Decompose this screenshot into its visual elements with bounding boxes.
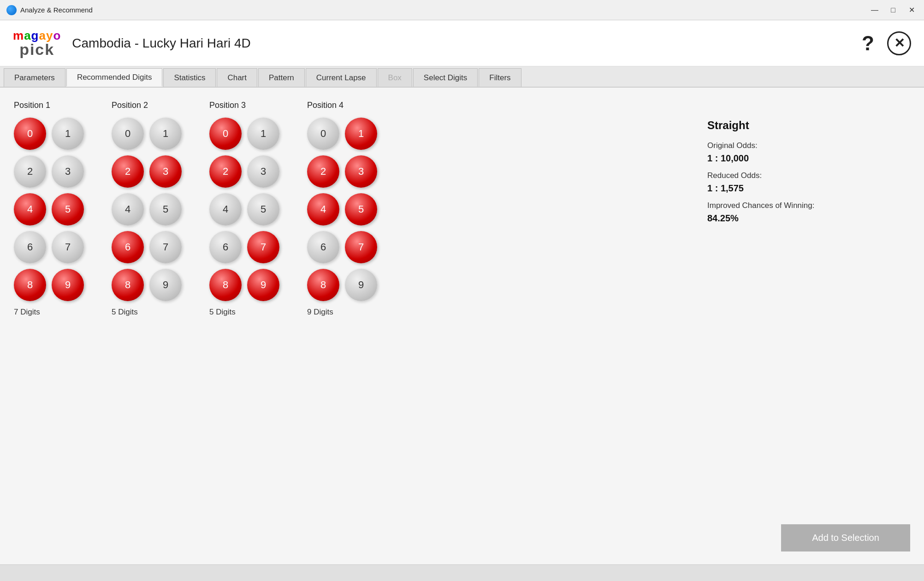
reduced-odds-label: Reduced Odds:	[707, 171, 892, 180]
digit-ball-p3-d4[interactable]: 4	[209, 193, 242, 225]
digit-ball-p3-d9[interactable]: 9	[247, 269, 279, 301]
position-block-2: Position 201234567895 Digits	[112, 101, 182, 317]
digit-ball-p1-d0[interactable]: 0	[14, 118, 46, 150]
stats-box: Straight Original Odds: 1 : 10,000 Reduc…	[689, 110, 910, 240]
tab-current-lapse[interactable]: Current Lapse	[306, 68, 377, 87]
positions-area: Position 101234567897 DigitsPosition 201…	[14, 101, 689, 551]
digit-ball-p3-d5[interactable]: 5	[247, 193, 279, 225]
digit-ball-p2-d0[interactable]: 0	[112, 118, 144, 150]
original-odds-label: Original Odds:	[707, 141, 892, 150]
digit-ball-p2-d4[interactable]: 4	[112, 193, 144, 225]
digit-ball-p2-d8[interactable]: 8	[112, 269, 144, 301]
tab-bar: ParametersRecommended DigitsStatisticsCh…	[0, 66, 924, 88]
improved-value: 84.25%	[707, 213, 892, 224]
digit-ball-p2-d1[interactable]: 1	[149, 118, 182, 150]
position-label-3: Position 3	[209, 101, 246, 110]
tab-chart[interactable]: Chart	[217, 68, 257, 87]
close-app-button[interactable]: ✕	[887, 31, 911, 55]
digit-ball-p1-d2[interactable]: 2	[14, 155, 46, 188]
digit-ball-p1-d3[interactable]: 3	[52, 155, 84, 188]
logo: magayo pick	[13, 30, 61, 57]
footer	[0, 564, 924, 581]
tab-pattern[interactable]: Pattern	[258, 68, 305, 87]
digit-ball-p1-d9[interactable]: 9	[52, 269, 84, 301]
tab-statistics[interactable]: Statistics	[163, 68, 216, 87]
main-content: Position 101234567897 DigitsPosition 201…	[0, 88, 924, 564]
digits-grid-2: 0123456789	[112, 118, 182, 301]
title-bar: Analyze & Recommend — □ ✕	[0, 0, 924, 20]
digit-ball-p4-d2[interactable]: 2	[307, 155, 339, 188]
right-panel: Straight Original Odds: 1 : 10,000 Reduc…	[689, 101, 910, 551]
position-label-4: Position 4	[307, 101, 344, 110]
original-odds-value: 1 : 10,000	[707, 153, 892, 164]
digit-ball-p2-d7[interactable]: 7	[149, 231, 182, 263]
header-icons: ? ✕	[862, 31, 911, 55]
digit-ball-p2-d2[interactable]: 2	[112, 155, 144, 188]
digit-ball-p2-d6[interactable]: 6	[112, 231, 144, 263]
stats-title: Straight	[707, 119, 892, 132]
digit-ball-p1-d7[interactable]: 7	[52, 231, 84, 263]
digit-count-1: 7 Digits	[14, 308, 40, 317]
improved-label: Improved Chances of Winning:	[707, 201, 892, 210]
digit-ball-p3-d8[interactable]: 8	[209, 269, 242, 301]
digit-ball-p1-d6[interactable]: 6	[14, 231, 46, 263]
digits-grid-4: 0123456789	[307, 118, 377, 301]
digit-ball-p3-d6[interactable]: 6	[209, 231, 242, 263]
header-left: magayo pick Cambodia - Lucky Hari Hari 4…	[13, 30, 251, 57]
position-block-4: Position 401234567899 Digits	[307, 101, 377, 317]
header: magayo pick Cambodia - Lucky Hari Hari 4…	[0, 20, 924, 66]
tab-parameters[interactable]: Parameters	[4, 68, 65, 87]
digits-grid-3: 0123456789	[209, 118, 279, 301]
digit-ball-p4-d5[interactable]: 5	[345, 193, 377, 225]
digit-ball-p3-d3[interactable]: 3	[247, 155, 279, 188]
window-close-button[interactable]: ✕	[906, 4, 918, 16]
position-label-2: Position 2	[112, 101, 148, 110]
digit-ball-p1-d5[interactable]: 5	[52, 193, 84, 225]
digit-ball-p3-d0[interactable]: 0	[209, 118, 242, 150]
digits-grid-1: 0123456789	[14, 118, 84, 301]
digit-ball-p4-d8[interactable]: 8	[307, 269, 339, 301]
minimize-button[interactable]: —	[869, 4, 881, 16]
position-label-1: Position 1	[14, 101, 50, 110]
digit-ball-p2-d5[interactable]: 5	[149, 193, 182, 225]
digit-ball-p4-d0[interactable]: 0	[307, 118, 339, 150]
position-block-3: Position 301234567895 Digits	[209, 101, 279, 317]
window-title: Analyze & Recommend	[20, 6, 93, 14]
logo-pick: pick	[19, 42, 54, 57]
window-controls: — □ ✕	[869, 4, 918, 16]
digit-count-2: 5 Digits	[112, 308, 138, 317]
tab-select-digits[interactable]: Select Digits	[413, 68, 478, 87]
digit-count-3: 5 Digits	[209, 308, 236, 317]
tab-box: Box	[378, 68, 412, 87]
globe-icon	[6, 5, 17, 15]
help-icon[interactable]: ?	[862, 32, 874, 55]
digit-count-4: 9 Digits	[307, 308, 333, 317]
digit-ball-p4-d3[interactable]: 3	[345, 155, 377, 188]
digit-ball-p1-d1[interactable]: 1	[52, 118, 84, 150]
logo-magayo: magayo	[13, 30, 61, 42]
position-block-1: Position 101234567897 Digits	[14, 101, 84, 317]
digit-ball-p3-d2[interactable]: 2	[209, 155, 242, 188]
add-to-selection-button[interactable]: Add to Selection	[781, 524, 910, 551]
positions-row: Position 101234567897 DigitsPosition 201…	[14, 101, 689, 317]
app-title: Cambodia - Lucky Hari Hari 4D	[72, 36, 250, 51]
digit-ball-p1-d4[interactable]: 4	[14, 193, 46, 225]
digit-ball-p4-d1[interactable]: 1	[345, 118, 377, 150]
digit-ball-p4-d6[interactable]: 6	[307, 231, 339, 263]
tab-filters[interactable]: Filters	[479, 68, 521, 87]
digit-ball-p4-d4[interactable]: 4	[307, 193, 339, 225]
digit-ball-p3-d7[interactable]: 7	[247, 231, 279, 263]
maximize-button[interactable]: □	[887, 4, 899, 16]
digit-ball-p4-d7[interactable]: 7	[345, 231, 377, 263]
tab-recommended-digits[interactable]: Recommended Digits	[66, 68, 163, 87]
digit-ball-p2-d3[interactable]: 3	[149, 155, 182, 188]
digit-ball-p2-d9[interactable]: 9	[149, 269, 182, 301]
reduced-odds-value: 1 : 1,575	[707, 183, 892, 194]
digit-ball-p1-d8[interactable]: 8	[14, 269, 46, 301]
digit-ball-p4-d9[interactable]: 9	[345, 269, 377, 301]
digit-ball-p3-d1[interactable]: 1	[247, 118, 279, 150]
title-bar-left: Analyze & Recommend	[6, 5, 93, 15]
